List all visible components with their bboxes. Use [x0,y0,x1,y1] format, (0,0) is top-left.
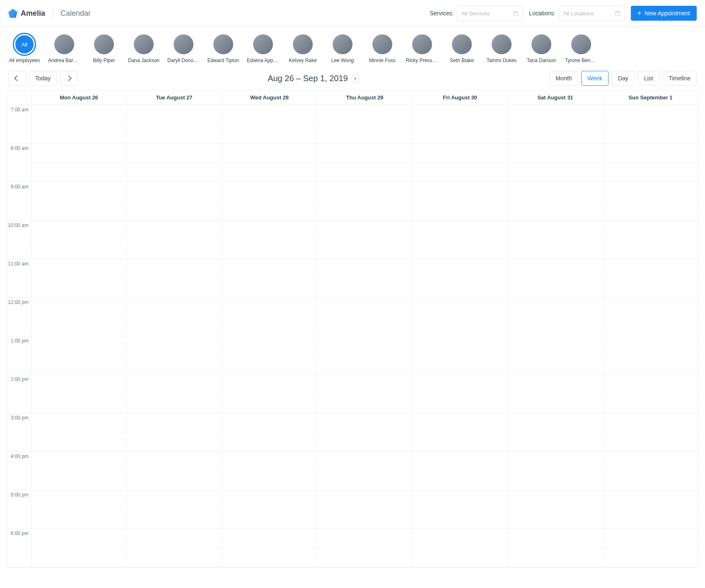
calendar-cell[interactable] [222,529,317,548]
brand-logo[interactable]: Amelia [8,9,45,18]
calendar-cell[interactable] [413,221,507,240]
calendar-cell[interactable] [317,298,412,317]
calendar-cell[interactable] [317,182,412,202]
calendar-cell[interactable] [603,105,698,125]
calendar-cell[interactable] [508,202,603,221]
calendar-cell[interactable] [31,105,126,125]
calendar-cell[interactable] [508,298,603,317]
calendar-cell[interactable] [317,125,412,144]
calendar-cell[interactable] [317,202,412,221]
calendar-cell[interactable] [222,548,317,568]
calendar-cell[interactable] [317,510,412,529]
calendar-cell[interactable] [317,221,412,240]
calendar-cell[interactable] [603,240,698,260]
view-timeline[interactable]: Timeline [663,71,697,86]
calendar-cell[interactable] [603,202,698,221]
employee-filter-item[interactable]: Dana Jackson [128,34,160,63]
calendar-cell[interactable] [222,259,317,279]
calendar-cell[interactable] [222,182,317,202]
calendar-cell[interactable] [508,125,603,144]
calendar-cell[interactable] [413,336,507,356]
calendar-cell[interactable] [413,375,507,394]
calendar-cell[interactable] [603,298,698,317]
calendar-cell[interactable] [508,259,603,279]
calendar-cell[interactable] [31,125,126,144]
calendar-cell[interactable] [413,490,507,510]
calendar-cell[interactable] [31,510,126,529]
calendar-cell[interactable] [603,394,698,414]
calendar-cell[interactable] [413,394,507,414]
calendar-cell[interactable] [317,375,412,394]
calendar-cell[interactable] [31,394,126,414]
calendar-cell[interactable] [317,336,412,356]
calendar-cell[interactable] [222,125,317,144]
calendar-cell[interactable] [222,336,317,356]
view-week[interactable]: Week [581,71,608,86]
calendar-cell[interactable] [603,548,698,568]
calendar-cell[interactable] [127,490,222,510]
calendar-cell[interactable] [222,452,317,471]
calendar-cell[interactable] [31,240,126,260]
calendar-cell[interactable] [127,336,222,356]
calendar-cell[interactable] [413,452,507,471]
calendar-cell[interactable] [508,279,603,298]
calendar-cell[interactable] [603,471,698,491]
today-button[interactable]: Today [29,71,57,86]
employee-filter-item[interactable]: Lee Wong [326,34,359,63]
calendar-cell[interactable] [508,394,603,414]
calendar-cell[interactable] [222,298,317,317]
calendar-cell[interactable] [31,356,126,375]
calendar-cell[interactable] [127,105,222,125]
calendar-cell[interactable] [222,105,317,125]
calendar-cell[interactable] [508,163,603,183]
calendar-cell[interactable] [603,163,698,183]
calendar-cell[interactable] [413,529,507,548]
calendar-cell[interactable] [413,240,507,260]
calendar-cell[interactable] [603,510,698,529]
calendar-cell[interactable] [317,548,412,568]
calendar-cell[interactable] [127,259,222,279]
calendar-cell[interactable] [222,433,317,452]
employee-filter-item[interactable]: Tyrone Benson [565,34,597,63]
calendar-cell[interactable] [127,279,222,298]
calendar-cell[interactable] [508,144,603,163]
view-day[interactable]: Day [612,71,635,86]
calendar-cell[interactable] [127,413,222,433]
calendar-cell[interactable] [413,317,507,337]
calendar-cell[interactable] [317,144,412,163]
calendar-cell[interactable] [603,182,698,202]
calendar-cell[interactable] [317,394,412,414]
calendar-cell[interactable] [317,163,412,183]
calendar-cell[interactable] [127,202,222,221]
calendar-cell[interactable] [603,375,698,394]
calendar-cell[interactable] [508,105,603,125]
employee-filter-item[interactable]: Minnie Foss [366,34,398,63]
calendar-cell[interactable] [31,182,126,202]
calendar-cell[interactable] [603,452,698,471]
calendar-cell[interactable] [508,182,603,202]
calendar-cell[interactable] [31,433,126,452]
calendar-cell[interactable] [508,375,603,394]
calendar-cell[interactable] [413,433,507,452]
view-month[interactable]: Month [549,71,578,86]
calendar-cell[interactable] [317,259,412,279]
calendar-cell[interactable] [508,433,603,452]
calendar-cell[interactable] [413,413,507,433]
calendar-cell[interactable] [222,144,317,163]
calendar-cell[interactable] [317,413,412,433]
calendar-cell[interactable] [31,279,126,298]
calendar-cell[interactable] [222,375,317,394]
calendar-cell[interactable] [413,105,507,125]
calendar-cell[interactable] [508,221,603,240]
calendar-cell[interactable] [413,125,507,144]
calendar-cell[interactable] [222,471,317,491]
calendar-cell[interactable] [317,240,412,260]
calendar-cell[interactable] [127,317,222,337]
calendar-cell[interactable] [127,471,222,491]
calendar-cell[interactable] [317,105,412,125]
calendar-cell[interactable] [31,144,126,163]
calendar-cell[interactable] [31,163,126,183]
calendar-cell[interactable] [508,529,603,548]
calendar-cell[interactable] [222,490,317,510]
services-select[interactable]: All Services [457,6,523,21]
